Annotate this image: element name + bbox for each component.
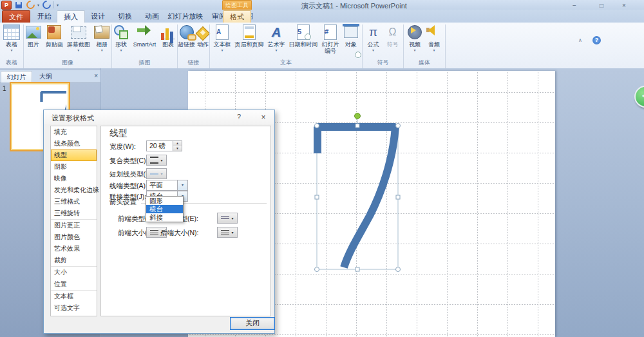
resize-handle-bottom-left[interactable] bbox=[315, 267, 319, 272]
nav-item-size[interactable]: 大小 bbox=[51, 267, 97, 278]
equation-button[interactable]: π 公式 ▾ bbox=[365, 24, 383, 59]
dialog-title-bar[interactable]: 设置形状格式 ? × bbox=[44, 110, 274, 124]
tab-slideshow[interactable]: 幻灯片放映 bbox=[166, 10, 205, 23]
ribbon-group-text: A 文本框 ▾ 页眉和页脚 A 艺术字 ▾ 5 日期和时间 bbox=[210, 23, 362, 68]
tab-slides[interactable]: 幻灯片 bbox=[1, 71, 32, 82]
resize-handle-left[interactable] bbox=[315, 195, 319, 199]
dialog-title: 设置形状格式 bbox=[52, 113, 94, 123]
nav-item-crop[interactable]: 裁剪 bbox=[51, 255, 97, 267]
maximize-button[interactable]: □ bbox=[592, 1, 611, 10]
resize-handle-top-left[interactable] bbox=[315, 124, 319, 128]
table-button[interactable]: 表格 ▾ bbox=[1, 24, 22, 59]
tab-insert[interactable]: 插入 bbox=[57, 10, 85, 23]
dropdown-option-bevel[interactable]: 棱台 bbox=[146, 205, 183, 213]
chart-button[interactable]: 图表 bbox=[159, 24, 177, 59]
resize-handle-top[interactable] bbox=[355, 124, 359, 128]
clipart-icon bbox=[46, 24, 62, 41]
green-helper-badge[interactable]: ≪ bbox=[634, 86, 644, 108]
picture-button[interactable]: 图片 bbox=[24, 24, 43, 59]
dialog-help-icon[interactable]: ? bbox=[234, 113, 243, 120]
smartart-button[interactable]: SmartArt bbox=[131, 24, 158, 59]
spin-up-icon[interactable]: ▲ bbox=[173, 141, 182, 146]
end-size-button[interactable]: ▾ bbox=[217, 227, 238, 238]
minimize-ribbon-icon[interactable]: ∧ bbox=[578, 37, 582, 43]
nav-item-text-box[interactable]: 文本框 bbox=[51, 291, 97, 302]
nav-item-position[interactable]: 位置 bbox=[51, 278, 97, 291]
arrow-settings-label: 箭头设置 bbox=[109, 198, 137, 207]
nav-item-3d-format[interactable]: 三维格式 bbox=[51, 196, 97, 207]
end-size-caret-icon: ▾ bbox=[231, 230, 233, 235]
nav-item-shadow[interactable]: 阴影 bbox=[51, 161, 97, 173]
powerpoint-logo-icon[interactable]: P bbox=[1, 1, 12, 10]
photo-album-button[interactable]: 相册 ▾ bbox=[92, 24, 111, 59]
clipart-button[interactable]: 剪贴画 bbox=[44, 24, 65, 59]
ribbon-group-links: 超链接 动作 链接 bbox=[178, 23, 209, 68]
freeform-shape-7[interactable] bbox=[317, 127, 395, 267]
nav-item-picture-color[interactable]: 图片颜色 bbox=[51, 231, 97, 243]
dash-type-button[interactable]: ▾ bbox=[146, 168, 167, 179]
nav-item-glow[interactable]: 发光和柔化边缘 bbox=[51, 184, 97, 196]
nav-item-3d-rotation[interactable]: 三维旋转 bbox=[51, 207, 97, 220]
nav-item-line-style[interactable]: 线型 bbox=[51, 149, 97, 161]
cap-type-value: 平面 bbox=[147, 180, 177, 190]
action-button[interactable]: 动作 bbox=[196, 24, 209, 59]
nav-item-picture-corrections[interactable]: 图片更正 bbox=[51, 220, 97, 231]
slide-number-button[interactable]: # 幻灯片编号 bbox=[320, 24, 341, 59]
width-spinner[interactable]: 20 磅 ▲ ▼ bbox=[146, 140, 182, 151]
group-label-media: 媒体 bbox=[404, 59, 445, 67]
screenshot-button[interactable]: 屏幕截图 ▾ bbox=[66, 24, 91, 59]
dropdown-option-miter[interactable]: 斜接 bbox=[146, 213, 183, 222]
symbol-button: Ω 符号 bbox=[384, 24, 402, 59]
hyperlink-button[interactable]: 超链接 bbox=[178, 24, 195, 59]
compound-type-button[interactable]: ▾ bbox=[146, 155, 167, 166]
date-time-button[interactable]: 5 日期和时间 bbox=[288, 24, 319, 59]
tab-transitions[interactable]: 切换 bbox=[111, 10, 138, 23]
width-value: 20 磅 bbox=[147, 141, 173, 151]
tab-animations[interactable]: 动画 bbox=[138, 10, 166, 23]
dropdown-option-round[interactable]: 圆形 bbox=[146, 197, 183, 205]
ribbon-tab-row: 文件 开始 插入 设计 切换 动画 幻灯片放映 审阅 视图 格式 bbox=[0, 10, 644, 23]
undo-caret-icon[interactable]: ▾ bbox=[37, 3, 39, 7]
wordart-button[interactable]: A 艺术字 ▾ bbox=[266, 24, 287, 59]
nav-item-reflection[interactable]: 映像 bbox=[51, 173, 97, 184]
video-button[interactable]: 视频 ▾ bbox=[406, 24, 424, 59]
nav-item-fill[interactable]: 填充 bbox=[51, 126, 97, 138]
minimize-button[interactable]: − bbox=[565, 1, 583, 10]
end-type-button[interactable]: ▾ bbox=[217, 213, 238, 224]
resize-handle-bottom-right[interactable] bbox=[396, 267, 401, 272]
tab-file[interactable]: 文件 bbox=[2, 10, 30, 23]
tab-design[interactable]: 设计 bbox=[84, 10, 111, 23]
nav-item-artistic-effects[interactable]: 艺术效果 bbox=[51, 243, 97, 255]
close-button[interactable]: × bbox=[615, 1, 633, 10]
nav-item-line-color[interactable]: 线条颜色 bbox=[51, 138, 97, 149]
dialog-close-button[interactable]: 关闭 bbox=[230, 317, 275, 330]
rotation-handle[interactable] bbox=[355, 113, 361, 119]
qat-separator bbox=[53, 1, 54, 8]
cap-type-combo[interactable]: 平面 ▾ bbox=[146, 180, 188, 191]
spin-down-icon[interactable]: ▼ bbox=[173, 146, 182, 151]
audio-button[interactable]: 音频 ▾ bbox=[425, 24, 443, 59]
nav-item-alt-text[interactable]: 可选文字 bbox=[51, 302, 97, 314]
dash-caret-icon: ▾ bbox=[160, 171, 162, 176]
panel-close-icon[interactable]: × bbox=[94, 72, 98, 79]
header-footer-button[interactable]: 页眉和页脚 bbox=[234, 24, 265, 59]
customize-qat-caret-icon[interactable]: ▾ bbox=[57, 3, 59, 7]
resize-handle-top-right[interactable] bbox=[396, 124, 401, 128]
undo-button[interactable] bbox=[26, 1, 35, 9]
slide-number: 1 bbox=[3, 85, 6, 92]
textbox-button[interactable]: A 文本框 ▾ bbox=[212, 24, 232, 59]
resize-handle-right[interactable] bbox=[396, 195, 400, 199]
powerpoint-window: P ▾ ▾ 绘图工具 演示文稿1 - Microsoft PowerPoint … bbox=[0, 0, 644, 337]
resize-handle-bottom[interactable] bbox=[355, 267, 359, 271]
save-button[interactable] bbox=[14, 1, 23, 9]
tab-format[interactable]: 格式 bbox=[223, 10, 251, 23]
compound-caret-icon: ▾ bbox=[160, 158, 162, 162]
redo-button[interactable] bbox=[42, 1, 51, 9]
tab-home[interactable]: 开始 bbox=[31, 10, 58, 23]
shapes-button[interactable]: 形状 ▾ bbox=[112, 24, 130, 59]
spinner-buttons: ▲ ▼ bbox=[173, 141, 182, 151]
dialog-close-icon[interactable]: × bbox=[259, 113, 268, 122]
ribbon-group-media: 视频 ▾ 音频 ▾ 媒体 bbox=[404, 23, 445, 68]
tab-outline[interactable]: 大纲 bbox=[32, 71, 59, 82]
help-icon[interactable]: ? bbox=[592, 36, 601, 44]
